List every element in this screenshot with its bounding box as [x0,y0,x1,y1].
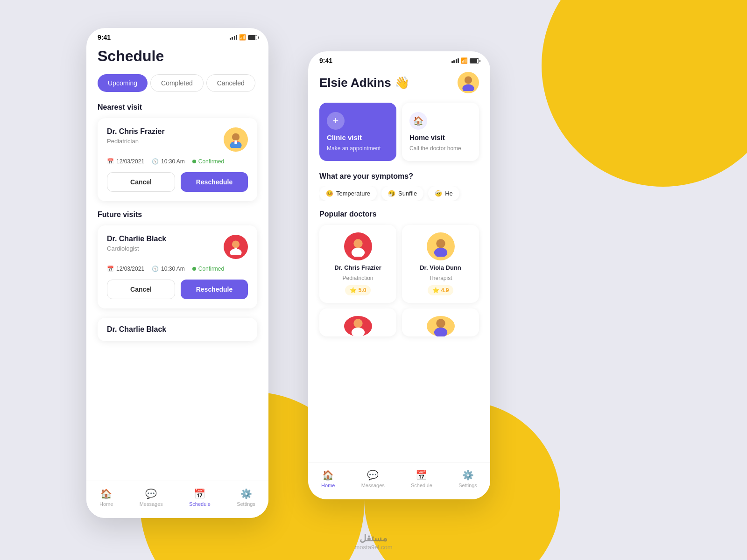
svg-point-0 [232,133,240,141]
home-icon: 🏠 [100,488,112,499]
rating-badge-2: ⭐ 4.9 [428,285,454,295]
nav-home-right[interactable]: 🏠 Home [321,469,335,488]
nav-messages-label-right: Messages [361,483,385,488]
doctor-avatar-4 [427,316,455,336]
signal-icon-right [451,58,459,63]
rating-value-1: 5.0 [359,287,366,294]
nav-messages-left[interactable]: 💬 Messages [140,488,163,507]
nav-messages-label: Messages [140,501,163,507]
clock-icon: 🕥 [152,158,159,165]
action-cards: + Clinic visit Make an appointment 🏠 Hom… [308,103,490,161]
home-visit-title: Home visit [409,133,472,141]
tab-canceled[interactable]: Canceled [206,74,255,92]
svg-point-14 [353,319,362,328]
doctor-card-specialty-2: Therapist [429,275,452,281]
nav-home-label-right: Home [321,483,335,488]
bg-decoration-top [542,0,747,187]
sunffle-label: Sunffle [398,190,417,197]
nav-settings-left[interactable]: ⚙️ Settings [237,488,255,507]
symptom-he[interactable]: 🤕 He [428,186,459,201]
future-date-1: 📅 12/03/2021 [107,266,144,272]
nav-schedule-right[interactable]: 📅 Schedule [411,469,432,488]
status-icons-right: 📶 [451,57,479,64]
future-visit-card-1: Dr. Charlie Black Cardiologist 📅 12/03/2… [98,225,257,308]
doctor-card-3-partial[interactable] [319,308,396,336]
doctor-avatar-3 [344,316,372,336]
signal-icon [230,35,238,40]
nav-schedule-label-right: Schedule [411,483,432,488]
doctors-title: Popular doctors [319,210,479,218]
nav-messages-right[interactable]: 💬 Messages [361,469,385,488]
tab-completed[interactable]: Completed [150,74,204,92]
status-bar-left: 9:41 📶 [86,28,268,44]
user-avatar[interactable] [458,72,479,93]
nearest-reschedule-button[interactable]: Reschedule [181,172,248,192]
clock-icon-2: 🕥 [152,266,159,272]
svg-rect-2 [234,140,237,144]
symptom-temperature[interactable]: 🤒 Temperature [319,186,377,201]
clinic-visit-subtitle: Make an appointment [327,145,389,152]
future-cancel-button-1[interactable]: Cancel [107,280,175,299]
messages-icon-right: 💬 [367,469,379,481]
nearest-cancel-button[interactable]: Cancel [107,172,175,192]
home-icon-right: 🏠 [322,469,334,481]
rating-badge-1: ⭐ 5.0 [345,285,371,295]
nearest-status: Confirmed [192,158,224,165]
nearest-card-actions: Cancel Reschedule [107,172,248,192]
bottom-nav-left: 🏠 Home 💬 Messages 📅 Schedule ⚙️ Settings [86,481,268,518]
nearest-doctor-specialty: Pediatrician [107,138,165,145]
future-section-title: Future visits [86,210,268,219]
svg-point-15 [351,328,364,336]
future-status-1: Confirmed [192,266,224,272]
doctor-avatar-1 [344,232,372,260]
tab-bar: Upcoming Completed Canceled [86,74,268,92]
wifi-icon-right: 📶 [461,57,468,64]
symptoms-chips: 🤒 Temperature 🤧 Sunffle 🤕 He [319,186,479,201]
nearest-section-title: Nearest visit [86,103,268,112]
time-left: 9:41 [98,34,111,41]
messages-icon: 💬 [145,488,157,499]
home-visit-card[interactable]: 🏠 Home visit Call the doctor home [402,103,479,161]
clinic-visit-title: Clinic visit [327,133,389,141]
nav-schedule-left[interactable]: 📅 Schedule [189,488,211,507]
future-doctor-avatar-1 [224,235,248,259]
clinic-visit-card[interactable]: + Clinic visit Make an appointment [319,103,396,161]
svg-point-12 [436,239,445,248]
doctor-card-1[interactable]: Dr. Chris Frazier Pediatriction ⭐ 5.0 [319,225,396,303]
nearest-doctor-name: Dr. Chris Frazier [107,127,165,136]
future-card-actions-1: Cancel Reschedule [107,280,248,299]
nav-schedule-label: Schedule [189,501,211,507]
page-title: Schedule [86,48,268,65]
future-reschedule-button-1[interactable]: Reschedule [181,280,248,299]
star-icon-2: ⭐ [432,287,439,294]
status-bar-right: 9:41 📶 [308,51,490,67]
temperature-emoji: 🤒 [326,190,333,197]
doctor-card-2[interactable]: Dr. Viola Dunn Therapist ⭐ 4.9 [402,225,479,303]
symptom-sunffle[interactable]: 🤧 Sunffle [381,186,423,201]
calendar-icon: 📅 [107,158,114,165]
temperature-label: Temperature [336,190,370,197]
symptoms-title: What are your symptoms? [319,172,479,181]
tab-upcoming[interactable]: Upcoming [98,74,148,92]
rating-value-2: 4.9 [441,287,449,294]
status-icons-left: 📶 [230,34,258,41]
watermark-logo: مستقل [355,532,393,544]
star-icon-1: ⭐ [350,287,357,294]
nav-settings-right[interactable]: ⚙️ Settings [458,469,477,488]
svg-point-17 [434,328,447,336]
doctors-grid: Dr. Chris Frazier Pediatriction ⭐ 5.0 Dr… [319,225,479,336]
sunffle-emoji: 🤧 [388,190,395,197]
nearest-time: 🕥 10:30 Am [152,158,185,165]
doctor-card-4-partial[interactable] [402,308,479,336]
nearest-date: 📅 12/03/2021 [107,158,144,165]
doctor-card-name-1: Dr. Chris Frazier [334,264,381,271]
nav-home-left[interactable]: 🏠 Home [99,488,113,507]
home-visit-subtitle: Call the doctor home [409,145,472,152]
he-emoji: 🤕 [435,190,442,197]
symptoms-section: What are your symptoms? 🤒 Temperature 🤧 … [308,172,490,201]
schedule-icon-right: 📅 [416,469,427,481]
confirmed-dot-2 [192,267,196,271]
doctor-card-name-2: Dr. Viola Dunn [420,264,461,271]
calendar-icon-2: 📅 [107,266,114,272]
home-visit-icon: 🏠 [409,112,427,130]
